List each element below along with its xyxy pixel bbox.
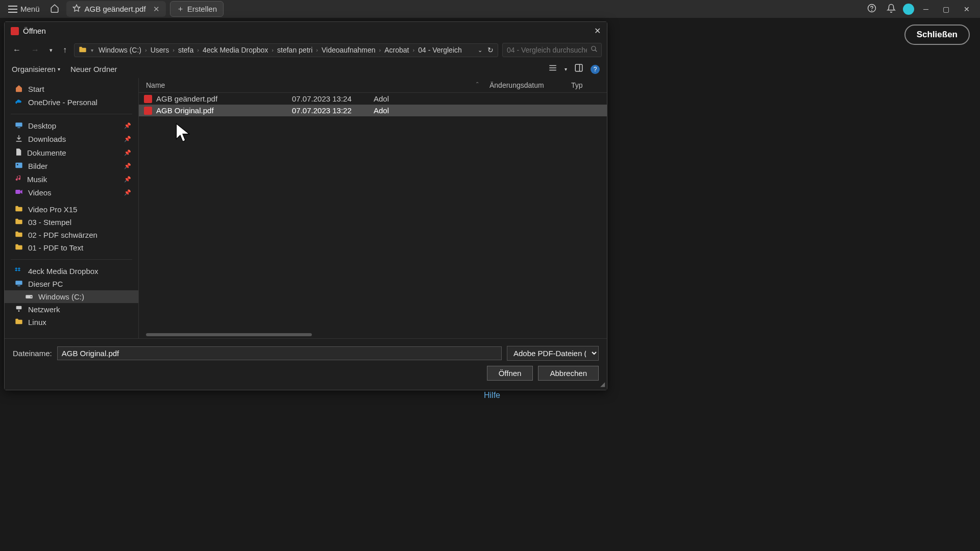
svg-rect-10 bbox=[15, 122, 22, 127]
nav-up-button[interactable]: ↑ bbox=[60, 43, 70, 57]
app-close-button[interactable]: ✕ bbox=[959, 2, 975, 16]
sidebar-item-label: Windows (C:) bbox=[38, 292, 84, 301]
organize-button[interactable]: Organisieren ▾ bbox=[12, 65, 60, 73]
breadcrumb-bar[interactable]: ▾ Windows (C:)› Users› stefa› 4eck Media… bbox=[74, 43, 498, 57]
sidebar-item-music[interactable]: Musik 📌 bbox=[5, 172, 138, 186]
search-input[interactable] bbox=[502, 43, 602, 57]
sidebar-item-documents[interactable]: Dokumente 📌 bbox=[5, 146, 138, 160]
sidebar-item-videos[interactable]: Videos 📌 bbox=[5, 186, 138, 199]
hamburger-icon bbox=[8, 6, 17, 13]
horizontal-scrollbar[interactable] bbox=[146, 333, 312, 336]
preview-pane-button[interactable] bbox=[574, 63, 583, 75]
refresh-button[interactable]: ↻ bbox=[487, 46, 494, 54]
sidebar-item-folder[interactable]: 01 - PDF to Text bbox=[5, 241, 138, 254]
sidebar-item-label: Videos bbox=[28, 188, 52, 197]
chevron-right-icon: › bbox=[378, 47, 383, 53]
filename-input[interactable] bbox=[57, 346, 502, 360]
nav-back-button[interactable]: ← bbox=[10, 43, 24, 57]
sidebar-item-label: 02 - PDF schwärzen bbox=[28, 231, 97, 239]
document-icon bbox=[15, 148, 22, 158]
path-dropdown-icon[interactable]: ⌄ bbox=[478, 47, 482, 54]
pin-icon: 📌 bbox=[124, 163, 131, 169]
column-name[interactable]: Name bbox=[144, 81, 292, 89]
open-button[interactable]: Öffnen bbox=[487, 366, 533, 381]
breadcrumb-item[interactable]: Acrobat bbox=[384, 46, 409, 54]
dialog-help-button[interactable]: ? bbox=[591, 65, 600, 74]
file-row[interactable]: AGB Original.pdf 07.07.2023 13:22 Adol bbox=[139, 105, 607, 116]
sidebar-item-folder[interactable]: Video Pro X15 bbox=[5, 203, 138, 216]
desktop-icon bbox=[15, 121, 23, 130]
file-name: AGB geändert.pdf bbox=[156, 94, 217, 103]
help-link[interactable]: Hilfe bbox=[484, 391, 500, 400]
breadcrumb-item[interactable]: 04 - Vergleich bbox=[418, 46, 462, 54]
file-row[interactable]: AGB geändert.pdf 07.07.2023 13:24 Adol bbox=[139, 93, 607, 105]
user-avatar[interactable] bbox=[903, 4, 914, 15]
breadcrumb-item[interactable]: Videoaufnahmen bbox=[322, 46, 376, 54]
column-date[interactable]: Änderungsdatum bbox=[489, 81, 571, 89]
pin-icon: 📌 bbox=[124, 176, 131, 183]
sidebar-item-label: 01 - PDF to Text bbox=[28, 243, 83, 252]
folder-dropdown-icon[interactable]: ▾ bbox=[91, 47, 93, 53]
sidebar-item-label: Dieser PC bbox=[28, 280, 63, 288]
cancel-button[interactable]: Abbrechen bbox=[538, 366, 599, 381]
sidebar-item-downloads[interactable]: Downloads 📌 bbox=[5, 132, 138, 146]
minimize-button[interactable]: ─ bbox=[918, 2, 934, 16]
file-list-area: Name ⌃ Änderungsdatum Typ AGB geändert.p… bbox=[139, 78, 607, 338]
folder-icon bbox=[15, 205, 23, 214]
breadcrumb-item[interactable]: stefan petri bbox=[277, 46, 312, 54]
dialog-body: Start OneDrive - Personal Desktop 📌 bbox=[5, 78, 607, 338]
sidebar-item-label: OneDrive - Personal bbox=[28, 98, 97, 107]
menu-button[interactable]: Menü bbox=[5, 3, 43, 15]
create-button[interactable]: ＋ Erstellen bbox=[170, 1, 224, 17]
maximize-button[interactable]: ▢ bbox=[938, 2, 954, 16]
sidebar-item-start[interactable]: Start bbox=[5, 82, 138, 96]
sidebar-item-network[interactable]: Netzwerk bbox=[5, 303, 138, 316]
filetype-select[interactable]: Adobe PDF-Dateien (*.pdf) bbox=[507, 346, 599, 361]
sidebar-item-desktop[interactable]: Desktop 📌 bbox=[5, 119, 138, 132]
notifications-button[interactable] bbox=[884, 1, 899, 18]
breadcrumb-item[interactable]: stefa bbox=[178, 46, 193, 54]
file-name: AGB Original.pdf bbox=[156, 106, 214, 115]
file-rows: AGB geändert.pdf 07.07.2023 13:24 Adol A… bbox=[139, 93, 607, 338]
sidebar-item-folder[interactable]: 02 - PDF schwärzen bbox=[5, 229, 138, 241]
chevron-right-icon: › bbox=[195, 47, 201, 53]
folder-icon bbox=[15, 231, 23, 239]
dialog-bottom: Dateiname: Adobe PDF-Dateien (*.pdf) Öff… bbox=[5, 338, 607, 390]
chevron-down-icon: ▾ bbox=[58, 66, 60, 72]
sidebar-item-onedrive[interactable]: OneDrive - Personal bbox=[5, 96, 138, 109]
sidebar-item-folder[interactable]: 03 - Stempel bbox=[5, 216, 138, 229]
pin-icon: 📌 bbox=[124, 149, 131, 156]
document-tab[interactable]: AGB geändert.pdf ✕ bbox=[66, 1, 166, 17]
view-dropdown-icon[interactable]: ▾ bbox=[565, 66, 567, 72]
sidebar-item-this-pc[interactable]: Dieser PC bbox=[5, 278, 138, 290]
sidebar-item-pictures[interactable]: Bilder 📌 bbox=[5, 160, 138, 172]
filename-label: Dateiname: bbox=[13, 349, 52, 358]
sidebar-item-label: Musik bbox=[27, 175, 47, 184]
sidebar-item-dropbox[interactable]: 4eck Media Dropbox bbox=[5, 265, 138, 278]
column-type[interactable]: Typ bbox=[571, 81, 602, 89]
dialog-close-button[interactable]: ✕ bbox=[594, 26, 601, 36]
breadcrumb-item[interactable]: Users bbox=[151, 46, 169, 54]
svg-rect-11 bbox=[17, 128, 20, 128]
schliessen-button[interactable]: Schließen bbox=[904, 24, 970, 45]
folder-icon bbox=[15, 218, 23, 227]
view-mode-button[interactable] bbox=[548, 63, 557, 75]
tab-close-icon[interactable]: ✕ bbox=[153, 5, 160, 14]
network-icon bbox=[15, 305, 23, 314]
sidebar-item-label: Netzwerk bbox=[28, 305, 60, 314]
app-bar: Menü AGB geändert.pdf ✕ ＋ Erstellen ─ ▢ … bbox=[0, 0, 980, 18]
breadcrumb-item[interactable]: Windows (C:) bbox=[99, 46, 141, 54]
breadcrumb-item[interactable]: 4eck Media Dropbox bbox=[203, 46, 268, 54]
nav-forward-button[interactable]: → bbox=[28, 43, 42, 57]
sidebar-item-linux[interactable]: Linux bbox=[5, 316, 138, 329]
sidebar-item-windows-c[interactable]: Windows (C:) bbox=[5, 290, 138, 303]
help-tip-button[interactable] bbox=[864, 1, 879, 18]
new-folder-button[interactable]: Neuer Ordner bbox=[70, 65, 117, 73]
file-type: Adol bbox=[374, 94, 404, 103]
resize-grip-icon[interactable]: ◢ bbox=[600, 381, 605, 388]
home-button[interactable] bbox=[47, 1, 62, 18]
nav-history-dropdown[interactable]: ▾ bbox=[46, 45, 56, 56]
folder-icon bbox=[79, 46, 87, 55]
chevron-right-icon: › bbox=[143, 47, 149, 53]
sidebar-item-label: Video Pro X15 bbox=[28, 205, 77, 214]
